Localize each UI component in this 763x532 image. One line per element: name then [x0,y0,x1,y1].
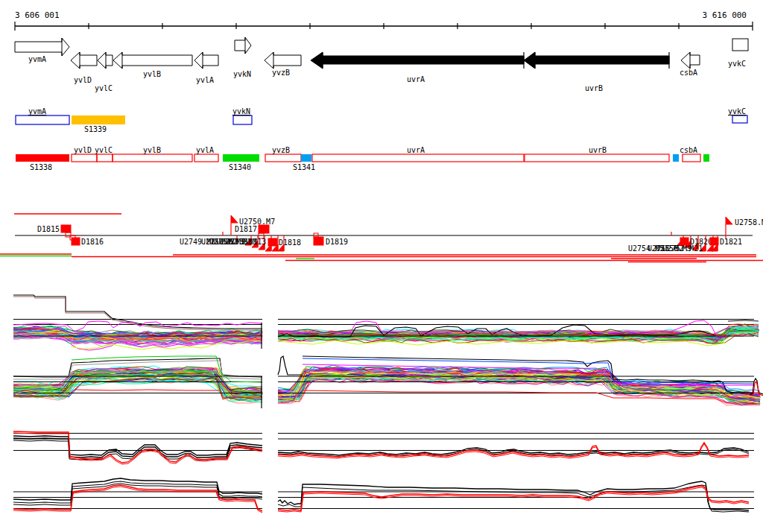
profile-feature-line [13,433,262,464]
segment-label-S1341: S1341 [293,163,315,171]
feature-label-yvmA[interactable]: yvmA [28,107,46,115]
gene-label-yvzB: yvzB [272,69,290,77]
gene-arrow-yvkN [235,37,251,54]
marker-label-D1816: D1816 [81,238,104,246]
gene-arrow-yvmA [15,38,69,56]
marker-box-D1821 [710,238,718,245]
gene-label-yvlC: yvlC [95,84,113,92]
region-end-coordinate: 3 616 000 [702,10,747,20]
feature-box-yvmA [16,115,69,124]
marker-label-D1818: D1818 [279,238,301,247]
feature-label-yvkC[interactable]: yvkC [728,107,746,115]
marker-box-D1815 [61,225,71,232]
marker-label-D1819: D1819 [326,238,348,246]
region-start-coordinate: 3 606 001 [15,10,60,20]
segment-label-yvzB: yvzB [272,146,290,154]
segment-label-uvrA: uvrA [407,146,425,154]
segment-box-yvlA [194,154,218,162]
segment-label-yvlD: yvlD [74,146,92,154]
feature-box-S1339 [72,115,125,124]
segment-box-uvrA [312,154,524,162]
feature-label-yvkN[interactable]: yvkN [232,107,250,115]
feature-label-S1339: S1339 [84,125,107,133]
gene-arrow-yvzB [265,52,301,69]
marker-box-D1817 [259,225,269,233]
marker-label-overlap: U2755.M13 [226,238,266,246]
gene-arrow-yvkC [732,39,748,51]
gene-arrow-yvlB [113,52,192,69]
profile-feature-line [728,320,759,321]
marker-label-U2758.M: U2758.M [735,218,763,227]
profile-feature-line [278,481,749,510]
feature-box-yvkN [233,115,252,124]
segment-box-yvzB [265,154,301,162]
gene-label-yvlB: yvlB [143,70,161,78]
segment-box-yvlD [72,154,97,162]
segment-label-yvlC: yvlC [95,146,113,154]
marker-box-D1820 [680,238,688,245]
gene-arrow-yvlA [194,52,218,69]
feature-box-yvkC [732,115,747,123]
segment-label-yvlB: yvlB [143,146,161,154]
segment-box-yvlB [113,154,192,162]
gene-label-yvkC: yvkC [728,60,746,68]
segment-label-yvlA: yvlA [196,146,214,154]
profile-feature-line [13,484,262,505]
gene-arrow-uvrB [524,52,669,69]
gene-label-yvmA: yvmA [28,55,46,63]
gene-label-uvrB: uvrB [585,84,603,92]
marker-box-D1818 [268,238,277,246]
gene-label-yvlD: yvlD [74,76,92,84]
segment-box-seg-green-2 [703,154,709,162]
gene-label-csbA: csbA [680,69,697,77]
marker-box-D1816 [72,238,80,245]
gene-arrow-yvlC [98,52,113,69]
segment-label-S1340: S1340 [229,163,251,171]
up-flag-icon [231,215,238,223]
up-flag-icon [726,217,732,224]
segment-label-S1338: S1338 [30,163,52,171]
segment-box-S1341 [301,154,311,162]
gene-arrow-uvrA [311,52,524,69]
marker-label-D1821: D1821 [720,238,742,246]
segment-box-yvlC [97,154,113,162]
segment-box-seg-azure-2 [673,154,679,162]
gene-label-uvrA: uvrA [407,75,425,83]
segment-label-csbA: csbA [680,146,697,154]
segment-box-S1340 [223,154,259,162]
gene-label-yvlA: yvlA [196,76,214,84]
gene-arrow-yvlD [71,52,97,69]
segment-box-uvrB [525,154,669,162]
genome-browser-canvas: 3 606 001 3 616 000 yvmAyvlDyvlCyvlByvlA… [0,0,763,532]
segment-box-S1338 [16,154,69,162]
marker-label-D1815: D1815 [37,225,60,233]
marker-box-D1819 [314,237,323,245]
gene-label-yvkN: yvkN [233,70,251,78]
segment-label-uvrB: uvrB [589,146,607,154]
segment-box-csbA [683,154,700,162]
marker-label-D1820: D1820 [690,238,712,246]
genome-browser-page: 3 606 001 3 616 000 yvmAyvlDyvlCyvlByvlA… [0,0,763,532]
profile-feature-line [278,356,302,375]
marker-label-D1817: D1817 [235,225,257,233]
